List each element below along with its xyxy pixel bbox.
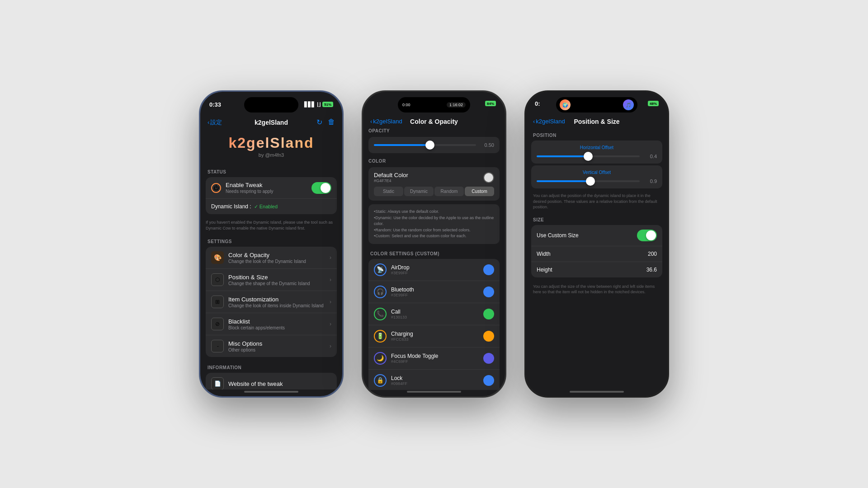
wifi-icon-1: ⌊⌋: [317, 102, 321, 108]
tab-dynamic[interactable]: Dynamic: [404, 187, 434, 196]
nav-bar-1: ‹ 設定 k2gelSland ↻ 🗑: [200, 114, 342, 130]
signal-icon-1: ▋▋▋: [304, 102, 315, 108]
dynamic-island-3: 🌍 🎵: [556, 97, 637, 113]
home-indicator-3: [570, 391, 624, 393]
back-chevron-2: ‹: [370, 118, 372, 125]
status-icons-2: 84%: [485, 101, 496, 106]
back-label-2[interactable]: k2gelSland: [373, 118, 402, 125]
custom-size-toggle[interactable]: [637, 230, 657, 241]
airdrop-item[interactable]: 📡 AirDrop #3E99FF: [368, 259, 500, 281]
phone-2-screen: 0:00 1:16:02 0:00 84% ‹ k2gelSland Color…: [363, 92, 505, 396]
battery-icon-3: 48%: [648, 101, 659, 106]
focus-mode-color[interactable]: [483, 353, 494, 364]
bluetooth-item[interactable]: 🎧 Bluetooth #3E99FF: [368, 281, 500, 303]
opacity-slider-thumb[interactable]: [425, 141, 434, 150]
nav-back-2[interactable]: ‹ k2gelSland: [370, 118, 402, 125]
opacity-slider-track[interactable]: [374, 144, 476, 146]
dynamic-island-status-item: Dynamic Island : ✓ Enabled: [206, 199, 337, 214]
tab-static[interactable]: Static: [374, 187, 403, 196]
nav-title-3: Position & Size: [574, 118, 619, 125]
enable-tweak-sublabel: Needs respring to apply: [226, 189, 307, 194]
color-opacity-icon: 🎨: [211, 251, 224, 264]
charging-color[interactable]: [483, 331, 494, 342]
default-color-hex: #G4F7E4: [374, 178, 408, 183]
back-label-1[interactable]: 設定: [210, 118, 222, 127]
misc-options-text: Misc Options Other options: [228, 340, 325, 352]
battery-icon-1: 51%: [322, 102, 333, 107]
lock-item[interactable]: 🔒 Lock #0984FF: [368, 370, 500, 390]
color-items-group: 📡 AirDrop #3E99FF 🎧 Bluetooth #3E99FF: [368, 259, 500, 390]
phone-1-screen: 0:33 ▋▋▋ ⌊⌋ 51% ‹ 設定 k2gelSland ↻ 🗑: [200, 92, 342, 396]
horizontal-offset-value: 0.4: [643, 154, 657, 159]
lock-color[interactable]: [483, 375, 494, 386]
charging-item[interactable]: 🔋 Charging #FCC633: [368, 325, 500, 347]
call-item[interactable]: 📞 Call #130133: [368, 303, 500, 325]
opacity-section: OPACITY 0.50: [368, 128, 500, 153]
vertical-slider-thumb[interactable]: [586, 177, 595, 186]
website-item[interactable]: 📄 Website of the tweak: [206, 373, 337, 389]
misc-options-item[interactable]: ··· Misc Options Other options ›: [206, 335, 337, 357]
enable-tweak-toggle[interactable]: [311, 182, 331, 194]
call-color[interactable]: [483, 309, 494, 319]
status-group: ⏻ Enable Tweak Needs respring to apply D…: [206, 177, 337, 214]
bluetooth-color[interactable]: [483, 286, 494, 297]
item-customization-item[interactable]: ⊞ Item Customization Change the look of …: [206, 291, 337, 313]
focus-mode-item[interactable]: 🌙 Focus Mode Toggle #4C69FF: [368, 347, 500, 370]
position-size-text: Position & Size Change the shape of the …: [228, 274, 325, 286]
nav-back-1[interactable]: ‹ 設定: [208, 118, 222, 127]
position-size-sublabel: Change the shape of the Dynamic Island: [228, 281, 325, 286]
nav-actions-1: ↻ 🗑: [316, 118, 335, 127]
default-color-row: Default Color #G4F7E4: [374, 172, 494, 183]
trash-icon-1[interactable]: 🗑: [328, 118, 335, 127]
charging-text: Charging #FCC633: [391, 331, 479, 342]
dynamic-island-2: 0:00 1:16:02: [398, 97, 470, 113]
default-color-box: Default Color #G4F7E4 Static Dynamic Ran…: [368, 167, 500, 201]
nav-back-3[interactable]: ‹ k2gelSland: [533, 118, 565, 125]
lock-hex: #0984FF: [391, 381, 479, 386]
misc-options-label: Misc Options: [228, 340, 325, 347]
focus-mode-hex: #4C69FF: [391, 359, 479, 364]
misc-options-icon: ···: [211, 340, 224, 352]
battery-icon-2: 84%: [485, 101, 496, 106]
di-time-left: 0:00: [402, 103, 410, 107]
horizontal-slider-track[interactable]: [537, 155, 640, 157]
vertical-slider-track[interactable]: [537, 180, 640, 182]
phone-position-size: 🌍 🎵 0: 48% ‹ k2gelSland Position & Size: [524, 90, 669, 398]
di-avatar-right: 🎵: [623, 99, 634, 110]
item-customization-label: Item Customization: [228, 296, 325, 303]
enable-tweak-item[interactable]: ⏻ Enable Tweak Needs respring to apply: [206, 177, 337, 199]
color-opacity-item[interactable]: 🎨 Color & Opacity Change the look of the…: [206, 247, 337, 269]
color-opacity-sublabel: Change the look of the Dynamic Island: [228, 259, 325, 264]
color-opacity-label: Color & Opacity: [228, 252, 325, 258]
info-text-1: If you haven't enabled the Dynamic Islan…: [206, 218, 337, 235]
blacklist-item[interactable]: ⊘ Blacklist Block certain apps/elements …: [206, 313, 337, 335]
custom-size-label: Use Custom Size: [537, 232, 579, 239]
phones-container: 0:33 ▋▋▋ ⌊⌋ 51% ‹ 設定 k2gelSland ↻ 🗑: [199, 90, 669, 398]
airdrop-name: AirDrop: [391, 264, 479, 271]
position-size-item[interactable]: ⬡ Position & Size Change the shape of th…: [206, 269, 337, 291]
chevron-icon-5: ›: [330, 343, 331, 349]
opacity-label: OPACITY: [368, 128, 500, 133]
tab-random[interactable]: Random: [434, 187, 464, 196]
horizontal-offset-label: Horizontal Offset: [537, 145, 657, 150]
status-time-3: 0:: [535, 100, 540, 107]
dynamic-island-label: Dynamic Island :: [211, 203, 251, 210]
tab-custom[interactable]: Custom: [465, 187, 494, 196]
refresh-icon-1[interactable]: ↻: [316, 118, 322, 127]
chevron-icon-4: ›: [330, 321, 331, 327]
bluetooth-text: Bluetooth #3E99FF: [391, 286, 479, 297]
airdrop-color[interactable]: [483, 264, 494, 275]
website-icon: 📄: [211, 377, 224, 389]
enabled-badge: ✓ Enabled: [254, 204, 278, 210]
vertical-offset-value: 0.9: [643, 178, 657, 184]
default-color-label: Default Color: [374, 172, 408, 178]
status-section-header: STATUS: [206, 165, 337, 177]
focus-mode-name: Focus Mode Toggle: [391, 353, 479, 359]
home-indicator-2: [407, 391, 461, 393]
back-label-3[interactable]: k2gelSland: [536, 118, 565, 125]
horizontal-slider-fill: [537, 155, 588, 157]
size-note-text: You can adjust the size of the view betw…: [531, 281, 662, 298]
color-settings-header: COLOR SETTINGS (CUSTOM): [368, 248, 500, 259]
default-color-dot[interactable]: [483, 172, 494, 183]
horizontal-slider-thumb[interactable]: [584, 152, 593, 161]
